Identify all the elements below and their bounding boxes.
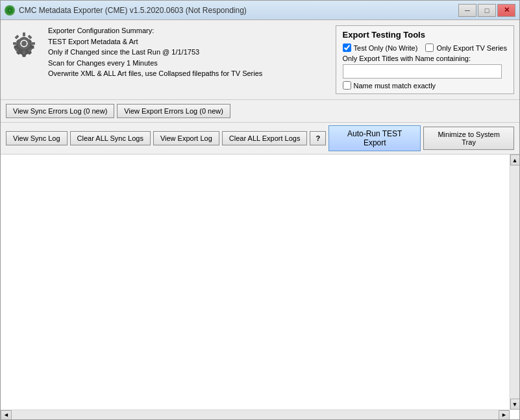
gear-icon (6, 25, 42, 61)
tools-row-1: Test Only (No Write) Only Export TV Seri… (343, 43, 507, 52)
scroll-down-button[interactable]: ▼ (510, 399, 520, 410)
view-sync-errors-button[interactable]: View Sync Errors Log (0 new) (6, 104, 114, 118)
view-sync-log-button[interactable]: View Sync Log (6, 131, 68, 145)
svg-rect-8 (31, 42, 35, 45)
only-tv-checkbox-label[interactable]: Only Export TV Series (425, 43, 507, 52)
title-bar-text: CMC Metadata Exporter (CME) v1.5.2020.06… (19, 6, 458, 15)
summary-title: Exporter Configuration Summary: (48, 25, 262, 36)
summary-text: Exporter Configuration Summary: TEST Exp… (48, 25, 262, 94)
export-tools-title: Export Testing Tools (343, 30, 507, 40)
summary-line2: Only if Changed since the Last Run @ 1/1… (48, 47, 262, 58)
scroll-up-button[interactable]: ▲ (510, 154, 520, 166)
scroll-track-horizontal[interactable] (12, 411, 499, 419)
name-match-label: Name must match exactly (354, 82, 436, 90)
svg-rect-5 (23, 32, 25, 36)
svg-rect-6 (23, 51, 25, 55)
only-tv-label: Only Export TV Series (436, 44, 507, 52)
scroll-track-vertical[interactable] (511, 166, 519, 399)
minimize-to-tray-button[interactable]: Minimize to System Tray (423, 127, 514, 150)
buttons-row-2: View Sync Log Clear ALL Sync Logs View E… (1, 123, 519, 154)
only-tv-checkbox[interactable] (425, 43, 434, 52)
test-only-label: Test Only (No Write) (354, 44, 418, 52)
app-icon (5, 5, 15, 16)
window-controls: ─ □ ✕ (458, 4, 515, 17)
summary-line1: TEST Export Metadata & Art (48, 36, 262, 47)
svg-rect-9 (14, 34, 19, 39)
auto-run-test-export-button[interactable]: Auto-Run TEST Export (328, 125, 421, 151)
help-button[interactable]: ? (310, 131, 326, 145)
close-window-button[interactable]: ✕ (497, 4, 515, 17)
export-tools-panel: Export Testing Tools Test Only (No Write… (336, 25, 514, 94)
config-summary: Exporter Configuration Summary: TEST Exp… (6, 25, 329, 94)
title-filter-input[interactable] (343, 64, 502, 79)
minimize-window-button[interactable]: ─ (458, 4, 477, 17)
summary-line4: Overwrite XML & ALL Art files, use Colla… (48, 68, 262, 79)
main-window: CMC Metadata Exporter (CME) v1.5.2020.06… (0, 0, 520, 420)
maximize-window-button[interactable]: □ (478, 4, 496, 17)
svg-point-4 (21, 41, 27, 46)
test-only-checkbox[interactable] (343, 43, 351, 52)
svg-point-2 (9, 9, 11, 11)
filter-label: Only Export Titles with Name containing: (343, 55, 507, 62)
title-bar: CMC Metadata Exporter (CME) v1.5.2020.06… (1, 1, 519, 20)
scroll-right-button[interactable]: ► (499, 410, 510, 420)
main-content-area: ▲ ▼ ◄ ► (1, 154, 519, 419)
vertical-scrollbar: ▲ ▼ (510, 154, 519, 410)
clear-all-sync-logs-button[interactable]: Clear ALL Sync Logs (70, 131, 151, 145)
horizontal-scrollbar: ◄ ► (1, 410, 510, 419)
scroll-left-button[interactable]: ◄ (1, 410, 12, 420)
top-section: Exporter Configuration Summary: TEST Exp… (1, 20, 519, 100)
view-export-errors-button[interactable]: View Export Errors Log (0 new) (117, 104, 230, 118)
view-export-log-button[interactable]: View Export Log (153, 131, 219, 145)
summary-line3: Scan for Changes every 1 Minutes (48, 58, 262, 69)
buttons-row-1: View Sync Errors Log (0 new) View Export… (1, 100, 519, 123)
name-match-checkbox-label[interactable]: Name must match exactly (343, 81, 507, 90)
content-area: Exporter Configuration Summary: TEST Exp… (1, 20, 519, 419)
clear-all-export-logs-button[interactable]: Clear ALL Export Logs (222, 131, 308, 145)
svg-rect-7 (13, 42, 17, 45)
name-match-checkbox[interactable] (343, 81, 351, 90)
test-only-checkbox-label[interactable]: Test Only (No Write) (343, 43, 418, 52)
